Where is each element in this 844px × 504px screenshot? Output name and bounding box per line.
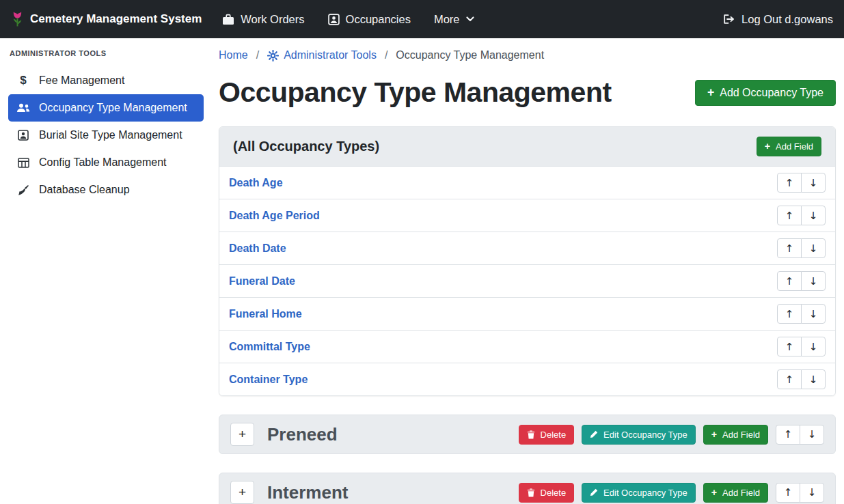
occupancy-type-section: + Preneed Delete Edit	[219, 415, 836, 454]
delete-button[interactable]: Delete	[519, 425, 575, 445]
app-brand[interactable]: Cemetery Management System	[11, 10, 202, 29]
plus-icon: +	[707, 87, 714, 99]
sidebar-item-label: Database Cleanup	[39, 184, 130, 196]
move-up-button[interactable]: ↑	[776, 425, 800, 445]
move-down-button[interactable]: ↓	[801, 304, 826, 324]
move-down-button[interactable]: ↓	[800, 483, 824, 503]
expand-section-button[interactable]: +	[230, 481, 254, 504]
move-up-button[interactable]: ↑	[777, 206, 802, 225]
trash-icon	[527, 430, 535, 439]
nav-occupancies[interactable]: Occupancies	[328, 13, 411, 26]
field-link[interactable]: Death Age Period	[229, 210, 320, 222]
field-link[interactable]: Death Date	[229, 242, 286, 255]
section-title: Preneed	[267, 424, 519, 445]
move-down-button[interactable]: ↓	[801, 271, 826, 291]
reorder-controls: ↑ ↓	[777, 238, 826, 258]
move-down-button[interactable]: ↓	[800, 425, 824, 445]
field-list: Death Age ↑ ↓ Death Age Period ↑ ↓ Death…	[219, 166, 835, 395]
add-field-label: Add Field	[722, 488, 760, 498]
page-title: Occupancy Type Management	[219, 76, 612, 109]
sidebar-item-burial-site-type-management[interactable]: Burial Site Type Management	[8, 122, 204, 149]
briefcase-icon	[222, 14, 234, 25]
reorder-controls: ↑ ↓	[777, 337, 826, 356]
plus-icon: +	[711, 430, 717, 439]
users-icon	[15, 103, 31, 113]
edit-occupancy-type-button[interactable]: Edit Occupancy Type	[582, 483, 696, 503]
pencil-icon	[590, 430, 598, 438]
nav-work-orders[interactable]: Work Orders	[222, 13, 304, 26]
sidebar-item-label: Config Table Management	[39, 156, 167, 169]
all-occupancy-types-header: (All Occupancy Types) + Add Field	[219, 127, 835, 166]
sidebar-item-occupancy-type-management[interactable]: Occupancy Type Management	[8, 94, 204, 122]
breadcrumb-admin-tools[interactable]: Administrator Tools	[267, 49, 377, 61]
sidebar-item-config-table-management[interactable]: Config Table Management	[8, 149, 204, 176]
tulip-logo-icon	[11, 10, 24, 29]
chevron-down-icon	[466, 16, 474, 22]
move-down-button[interactable]: ↓	[801, 173, 826, 193]
field-link[interactable]: Funeral Date	[229, 275, 295, 288]
add-occupancy-type-button[interactable]: + Add Occupancy Type	[695, 80, 836, 106]
add-field-label: Add Field	[776, 141, 813, 152]
breadcrumb: Home /	[219, 49, 836, 61]
breadcrumb-home[interactable]: Home	[219, 49, 248, 61]
plus-icon: +	[711, 488, 717, 497]
sidebar-item-fee-management[interactable]: $ Fee Management	[8, 67, 204, 94]
move-up-button[interactable]: ↑	[777, 238, 802, 258]
add-field-button[interactable]: + Add Field	[703, 425, 768, 445]
breadcrumb-separator: /	[385, 49, 387, 61]
move-down-button[interactable]: ↓	[801, 206, 826, 225]
section-actions: Delete Edit Occupancy Type + Add Field ↑…	[519, 483, 824, 503]
main-content: Home /	[210, 38, 844, 504]
add-field-button[interactable]: + Add Field	[703, 483, 768, 503]
move-up-button[interactable]: ↑	[777, 337, 802, 356]
move-down-button[interactable]: ↓	[801, 369, 826, 389]
breadcrumb-admin-tools-label: Administrator Tools	[284, 49, 377, 61]
move-down-button[interactable]: ↓	[801, 238, 826, 258]
expand-section-button[interactable]: +	[230, 423, 254, 446]
delete-label: Delete	[541, 488, 567, 498]
delete-button[interactable]: Delete	[519, 483, 575, 503]
sidebar-item-database-cleanup[interactable]: Database Cleanup	[8, 176, 204, 204]
breadcrumb-current: Occupancy Type Management	[396, 49, 544, 61]
section-actions: Delete Edit Occupancy Type + Add Field ↑…	[519, 425, 824, 445]
sidebar-item-label: Occupancy Type Management	[39, 102, 187, 114]
field-link[interactable]: Committal Type	[229, 341, 310, 353]
reorder-controls: ↑ ↓	[776, 483, 824, 503]
add-field-button[interactable]: + Add Field	[757, 137, 821, 156]
trash-icon	[527, 488, 535, 497]
plus-icon: +	[765, 141, 770, 151]
sidebar-item-label: Burial Site Type Management	[39, 129, 182, 141]
logout-icon	[722, 14, 735, 25]
section-title: Interment	[267, 482, 519, 503]
field-row: Funeral Date ↑ ↓	[219, 264, 835, 297]
all-occupancy-types-title: (All Occupancy Types)	[233, 139, 379, 154]
nav-more[interactable]: More	[434, 13, 474, 26]
field-link[interactable]: Death Age	[229, 177, 283, 189]
table-icon	[15, 158, 31, 168]
move-up-button[interactable]: ↑	[776, 483, 800, 503]
add-field-label: Add Field	[722, 430, 760, 440]
all-occupancy-types-card: (All Occupancy Types) + Add Field Death …	[219, 126, 836, 396]
field-link[interactable]: Funeral Home	[229, 308, 302, 320]
move-up-button[interactable]: ↑	[777, 304, 802, 324]
move-up-button[interactable]: ↑	[777, 271, 802, 291]
sidebar: ADMINISTRATOR TOOLS $ Fee Management Occ…	[0, 38, 210, 504]
gear-icon	[267, 50, 279, 61]
field-row: Committal Type ↑ ↓	[219, 330, 835, 363]
move-up-button[interactable]: ↑	[777, 173, 802, 193]
dollar-icon: $	[15, 74, 31, 87]
edit-occupancy-type-label: Edit Occupancy Type	[603, 488, 688, 498]
nav-right: Log Out d.gowans	[722, 13, 833, 26]
edit-occupancy-type-label: Edit Occupancy Type	[603, 430, 688, 440]
app-title: Cemetery Management System	[30, 12, 202, 26]
add-occupancy-type-label: Add Occupancy Type	[720, 87, 823, 99]
reorder-controls: ↑ ↓	[776, 425, 824, 445]
logout-link[interactable]: Log Out d.gowans	[722, 13, 833, 26]
field-row: Death Age ↑ ↓	[219, 166, 835, 199]
edit-occupancy-type-button[interactable]: Edit Occupancy Type	[582, 425, 696, 445]
field-link[interactable]: Container Type	[229, 374, 308, 386]
move-up-button[interactable]: ↑	[777, 369, 802, 389]
reorder-controls: ↑ ↓	[777, 271, 826, 291]
move-down-button[interactable]: ↓	[801, 337, 826, 356]
reorder-controls: ↑ ↓	[777, 369, 826, 389]
